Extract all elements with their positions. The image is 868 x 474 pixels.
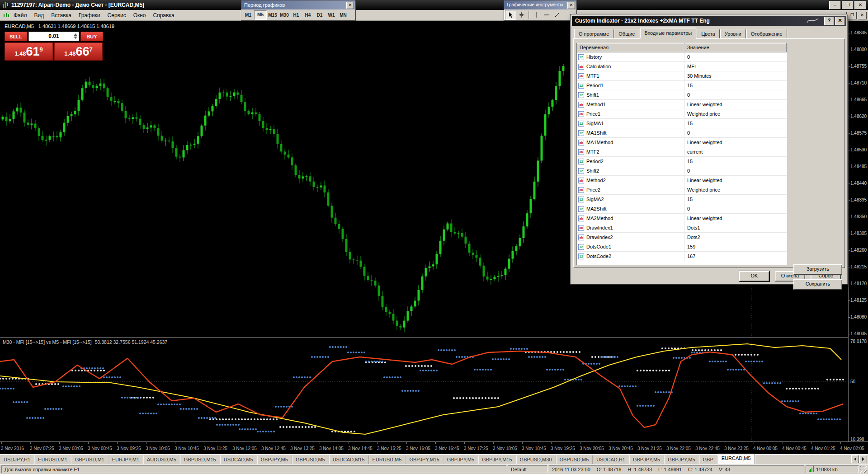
param-value[interactable]: Weighted price [684,109,787,118]
param-row-MA1Shift[interactable]: 12MA1Shift0 [577,128,787,138]
chart-tab-GBPUSD,M5[interactable]: GBPUSD,M5 [292,455,329,464]
timeframe-button-H1[interactable]: H1 [290,11,302,19]
volume-spinner[interactable] [74,33,77,39]
price-axis[interactable]: 1.488451.488001.487551.487101.486651.486… [848,21,868,441]
param-row-Period1[interactable]: 12Period115 [577,81,787,90]
chart-tab-GBP[interactable]: GBP [699,455,717,464]
param-row-Calculation[interactable]: abCalculationMFI [577,62,787,71]
chart-tab-GBPJPY,M5[interactable]: GBPJPY,M5 [629,455,664,464]
horizontal-line-icon[interactable] [541,10,552,19]
dialog-tab-о-программе[interactable]: О программе [574,29,613,39]
dialog-tab-уровни[interactable]: Уровни [720,29,746,39]
param-row-DrawIndex1[interactable]: abDrawIndex1Dots1 [577,223,787,233]
mdi-restore-button[interactable]: ❐ [848,12,857,19]
param-value[interactable]: Linear weighted [684,214,787,223]
menu-item-help[interactable]: Справка [150,10,178,20]
spin-down-icon[interactable] [74,37,77,39]
chart-tab-GBPJPY,M5[interactable]: GBPJPY,M5 [443,455,478,464]
buy-price-button[interactable]: 1.48 66 7 [54,42,103,61]
indicator-subwindow[interactable] [0,338,848,441]
timeframe-button-M5[interactable]: M5 [254,10,267,20]
param-row-Price2[interactable]: abPrice2Weighted price [577,185,787,195]
timeframe-button-M1[interactable]: M1 [242,11,254,19]
sell-button[interactable]: SELL [5,32,27,41]
param-row-DrawIndex2[interactable]: abDrawIndex2Dots2 [577,233,787,242]
param-value[interactable]: Weighted price [684,185,787,194]
param-value[interactable]: Linear weighted [684,100,787,109]
scroll-left-icon[interactable] [851,455,859,463]
dialog-tab-отображение[interactable]: Отображение [746,29,787,39]
param-row-MA1Method[interactable]: abMA1MethodLinear weighted [577,138,787,147]
dialog-tab-общие[interactable]: Общие [614,29,639,39]
param-value[interactable]: Dots2 [684,233,787,242]
chart-tab-USDCAD,M15[interactable]: USDCAD,M15 [329,455,369,464]
param-row-MA2Shift[interactable]: 12MA2Shift0 [577,204,787,214]
param-row-MTF1[interactable]: abMTF130 Minutes [577,71,787,81]
param-row-Period2[interactable]: 12Period215 [577,157,787,166]
chart-tab-GBPJPY,M5[interactable]: GBPJPY,M5 [257,455,292,464]
param-value[interactable]: 0 [684,52,787,61]
toolbar-close-icon[interactable]: ✕ [567,2,575,9]
timeframe-button-D1[interactable]: D1 [314,11,326,19]
status-profile[interactable]: Default [508,465,547,473]
chart-tab-GBPJPY,M15[interactable]: GBPJPY,M15 [406,455,443,464]
scroll-right-icon[interactable] [859,455,867,463]
load-button[interactable]: Загрузить [793,264,842,275]
param-row-Method2[interactable]: abMethod2Linear weighted [577,176,787,185]
menu-item-charts[interactable]: Графики [75,10,104,20]
chart-tab-USDJPY,H1[interactable]: USDJPY,H1 [0,455,34,464]
param-row-Shift2[interactable]: 12Shift20 [577,166,787,176]
resize-grip[interactable] [860,466,867,473]
menu-item-file[interactable]: Файл [10,10,31,20]
volume-field[interactable]: 0.01 [28,32,79,41]
param-row-SigMA2[interactable]: 12SigMA215 [577,195,787,204]
param-row-SigMA1[interactable]: 12SigMA115 [577,119,787,128]
help-button[interactable]: ? [824,17,834,25]
chart-tab-USDCAD,H1[interactable]: USDCAD,H1 [593,455,629,464]
vertical-line-icon[interactable] [531,10,541,19]
param-row-History[interactable]: 12History0 [577,52,787,62]
chart-tab-USDCAD,M5[interactable]: USDCAD,M5 [220,455,257,464]
param-value[interactable]: 15 [684,195,787,204]
param-value[interactable]: 0 [684,166,787,175]
menu-item-insert[interactable]: Вставка [47,10,75,20]
menu-item-view[interactable]: Вид [31,10,48,20]
param-row-DotsCode1[interactable]: 12DotsCode1159 [577,242,787,252]
param-value[interactable]: 15 [684,119,787,128]
dialog-tab-цвета[interactable]: Цвета [697,29,720,39]
mdi-close-button[interactable]: ✕ [858,12,867,19]
dialog-tab-входные-параметры[interactable]: Входные параметры [640,28,696,39]
param-value[interactable]: 15 [684,81,787,90]
restore-button[interactable]: ❐ [842,1,854,9]
param-row-MTF2[interactable]: abMTF2current [577,147,787,157]
param-value[interactable]: 30 Minutes [684,71,787,80]
save-button[interactable]: Сохранить [793,279,842,290]
sell-price-button[interactable]: 1.48 61 9 [5,42,53,61]
buy-button[interactable]: BUY [80,32,103,41]
param-value[interactable]: 15 [684,157,787,166]
timeframe-button-H4[interactable]: H4 [302,11,314,19]
param-value[interactable]: MFI [684,62,787,71]
ok-button[interactable]: OK [739,271,769,282]
timeframe-toolbar-title[interactable]: Период графиков ✕ [241,0,355,9]
param-value[interactable]: Linear weighted [684,138,787,147]
param-value[interactable]: Linear weighted [684,176,787,185]
close-button[interactable]: ✕ [854,1,866,9]
column-header-value[interactable]: Значение [684,43,787,52]
timeframe-button-W1[interactable]: W1 [326,11,337,19]
dialog-close-button[interactable]: ✕ [835,17,845,25]
time-axis[interactable]: 3 Nov 20163 Nov 07:253 Nov 08:053 Nov 08… [0,441,868,454]
trendline-icon[interactable] [552,10,562,19]
dialog-title-bar[interactable]: Custom Indicator - 21x2 Indexes +2xMA MT… [572,16,846,26]
chart-tab-GBPJPY,M15[interactable]: GBPJPY,M15 [478,455,516,464]
chart-tab-AUDUSD,M5[interactable]: AUDUSD,M5 [143,455,180,464]
timeframe-button-M15[interactable]: M15 [267,11,278,19]
param-value[interactable]: current [684,147,787,156]
line-studies-toolbar-title[interactable]: Графические инструменты ✕ [504,0,576,9]
timeframe-button-M30[interactable]: M30 [278,11,290,19]
param-row-Price1[interactable]: abPrice1Weighted price [577,109,787,119]
minimize-button[interactable]: – [829,1,841,9]
menu-item-service[interactable]: Сервис [104,10,130,20]
chart-tab-EURJPY,M1[interactable]: EURJPY,M1 [108,455,143,464]
param-row-DotsCode2[interactable]: 12DotsCode2167 [577,252,787,261]
